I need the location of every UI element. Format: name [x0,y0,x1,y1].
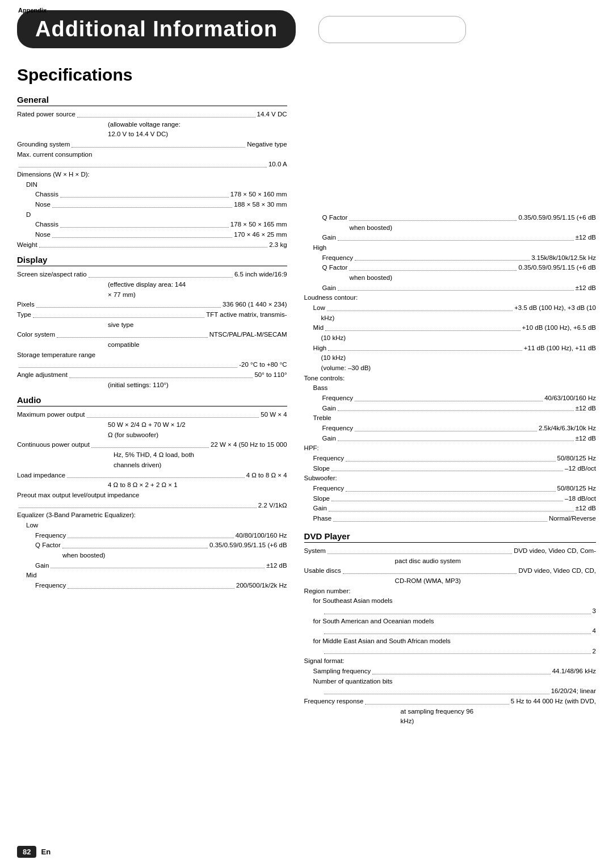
section-general-heading: General [17,95,287,106]
header-right-box [318,16,466,43]
title-block: Additional Information [17,10,296,48]
main-content: Specifications General Rated power sourc… [0,48,613,738]
left-column: Specifications General Rated power sourc… [17,65,299,727]
audio-cont-items: Q Factor 0.35/0.59/0.95/1.15 (+6 dB when… [304,213,596,523]
appendix-label: Appendix [18,7,47,14]
general-items: Rated power source 14.4 V DC (allowable … [17,110,287,249]
language-label: En [41,848,51,856]
dvd-items: System DVD video, Video CD, Com- pact di… [304,546,596,726]
section-dvd-heading: DVD Player [304,531,596,543]
footer: 82 En [17,846,51,858]
header: Additional Information [0,0,613,48]
display-items: Screen size/aspect ratio 6.5 inch wide/1… [17,270,287,389]
page-number: 82 [17,846,36,858]
section-display-heading: Display [17,255,287,266]
specifications-title: Specifications [17,65,287,85]
page-title: Additional Information [35,17,278,41]
section-audio-heading: Audio [17,395,287,406]
audio-items: Maximum power output 50 W × 4 50 W × 2/4… [17,410,287,590]
right-column: Q Factor 0.35/0.59/0.95/1.15 (+6 dB when… [299,65,596,727]
